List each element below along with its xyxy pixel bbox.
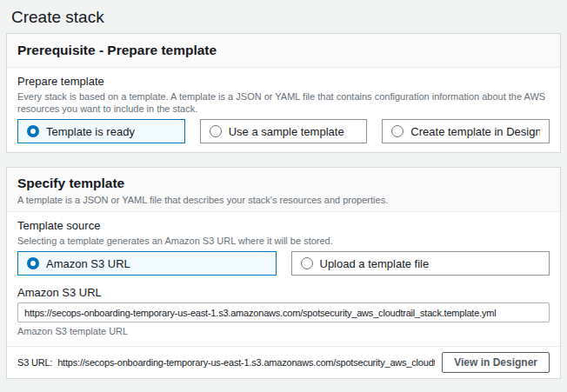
template-source-description: Selecting a template generates an Amazon… xyxy=(17,235,550,247)
radio-tile-label: Template is ready xyxy=(46,125,135,138)
specify-template-card-body: Template source Selecting a template gen… xyxy=(7,212,560,346)
prerequisite-card-body: Prepare template Every stack is based on… xyxy=(7,68,560,152)
s3-url-summary: S3 URL:https://secops-onboarding-tempora… xyxy=(17,357,435,368)
amazon-s3-url-input[interactable] xyxy=(17,302,550,322)
prepare-template-label: Prepare template xyxy=(17,75,550,89)
view-in-designer-button[interactable]: View in Designer xyxy=(442,352,550,373)
s3-url-value: https://secops-onboarding-temporary-us-e… xyxy=(57,357,435,368)
radio-unselected-icon xyxy=(391,125,404,137)
specify-template-card-header: Specify template A template is a JSON or… xyxy=(7,168,560,212)
create-stack-page: Create stack Prerequisite - Prepare temp… xyxy=(0,0,567,392)
radio-selected-icon xyxy=(27,257,39,269)
radio-tile-label: Create template in Designer xyxy=(410,125,540,138)
amazon-s3-url-group: Amazon S3 URL Amazon S3 template URL xyxy=(17,286,550,337)
s3-url-summary-row: S3 URL:https://secops-onboarding-tempora… xyxy=(7,346,560,378)
radio-unselected-icon xyxy=(210,125,222,137)
radio-tile-template-is-ready[interactable]: Template is ready xyxy=(17,119,185,143)
template-source-label: Template source xyxy=(17,219,550,233)
s3-url-prefix: S3 URL: xyxy=(17,357,52,368)
prepare-template-options: Template is ready Use a sample template … xyxy=(17,119,550,143)
specify-template-card: Specify template A template is a JSON or… xyxy=(6,167,561,379)
radio-tile-amazon-s3-url[interactable]: Amazon S3 URL xyxy=(17,251,277,276)
prepare-template-description: Every stack is based on a template. A te… xyxy=(17,90,550,115)
amazon-s3-url-helper: Amazon S3 template URL xyxy=(17,325,550,337)
radio-tile-create-template-in-designer[interactable]: Create template in Designer xyxy=(382,119,550,143)
prerequisite-card-title: Prerequisite - Prepare template xyxy=(17,42,550,59)
specify-template-card-title: Specify template xyxy=(17,175,550,192)
radio-tile-label: Amazon S3 URL xyxy=(46,257,130,270)
radio-tile-label: Upload a template file xyxy=(320,257,430,270)
radio-tile-use-sample-template[interactable]: Use a sample template xyxy=(200,119,368,143)
amazon-s3-url-label: Amazon S3 URL xyxy=(17,286,550,300)
radio-tile-upload-template-file[interactable]: Upload a template file xyxy=(291,251,550,276)
prerequisite-card: Prerequisite - Prepare template Prepare … xyxy=(6,33,561,153)
template-source-options: Amazon S3 URL Upload a template file xyxy=(17,251,550,276)
radio-selected-icon xyxy=(27,125,39,137)
radio-tile-label: Use a sample template xyxy=(229,125,344,138)
specify-template-card-description: A template is a JSON or YAML file that d… xyxy=(17,194,550,206)
radio-unselected-icon xyxy=(301,257,313,269)
page-title: Create stack xyxy=(6,0,561,33)
prerequisite-card-header: Prerequisite - Prepare template xyxy=(7,34,560,68)
